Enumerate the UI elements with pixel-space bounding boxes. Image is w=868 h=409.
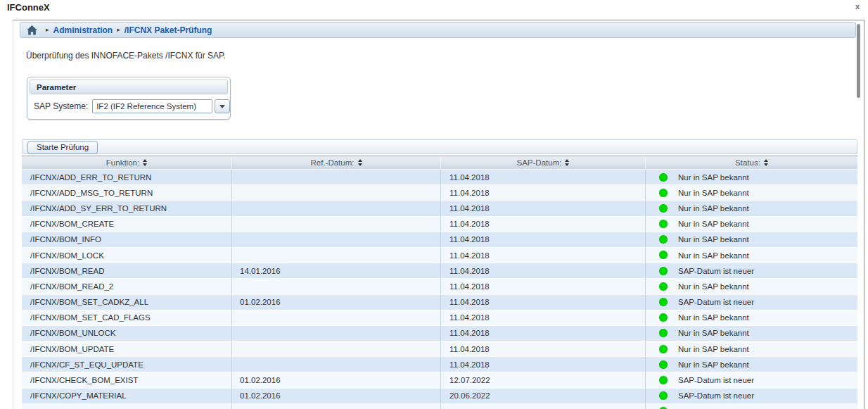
- column-header-sap-datum[interactable]: SAP-Datum:: [441, 156, 646, 170]
- cell-sap: [441, 404, 646, 409]
- cell-funktion: /IFCNX/COPY_MATERIAL: [22, 389, 232, 404]
- table-row[interactable]: /IFCNX/ADD_SY_ERR_TO_RETURN11.04.2018Nur…: [22, 201, 857, 216]
- status-label: Nur in SAP bekannt: [678, 360, 749, 369]
- status-ok-icon: [659, 173, 668, 182]
- cell-ref: [232, 404, 441, 409]
- cell-funktion: /IFCNX/CHECK_BOM_EXIST: [22, 372, 232, 388]
- cell-status: Nur in SAP bekannt: [646, 232, 857, 248]
- status-ok-icon: [659, 391, 668, 400]
- column-header-label: SAP-Datum:: [517, 158, 562, 167]
- table-row[interactable]: /IFCNX/BOM_READ14.01.201611.04.2018SAP-D…: [22, 263, 857, 279]
- table-row[interactable]: /IFCNX/COPY_MATERIAL01.02.201620.06.2022…: [22, 389, 857, 404]
- cell-sap: 11.04.2018: [441, 326, 646, 341]
- cell-ref: 01.02.2016: [232, 295, 441, 310]
- vertical-scrollbar-thumb[interactable]: [857, 24, 860, 98]
- start-check-button[interactable]: Starte Prüfung: [27, 141, 98, 154]
- table-row[interactable]: /IFCNX/CHECK_BOM_EXIST01.02.201612.07.20…: [22, 372, 857, 388]
- cell-sap: 11.04.2018: [441, 357, 646, 372]
- parameter-panel: Parameter SAP Systeme: IF2 (IF2 Referenc…: [27, 77, 231, 120]
- sap-system-select[interactable]: IF2 (IF2 Reference System): [92, 99, 212, 113]
- status-label: SAP-Datum ist neuer: [678, 267, 754, 275]
- cell-sap: 11.04.2018: [441, 248, 646, 263]
- table-row[interactable]: /IFCNX/BOM_SET_CAD_FLAGS11.04.2018Nur in…: [22, 310, 857, 326]
- status-label: Nur in SAP bekannt: [678, 251, 749, 260]
- status-ok-icon: [659, 313, 668, 322]
- cell-status: Nur in SAP bekannt: [646, 217, 857, 232]
- cell-sap: 11.04.2018: [441, 310, 646, 326]
- cell-sap: 11.04.2018: [441, 341, 646, 357]
- cell-status: Nur in SAP bekannt: [646, 279, 857, 294]
- sort-icon: [358, 159, 362, 166]
- status-ok-icon: [659, 298, 668, 306]
- column-header-label: Status:: [735, 158, 760, 167]
- cell-ref: [232, 185, 441, 201]
- cell-ref: [232, 279, 441, 294]
- breadcrumb-item-current-page[interactable]: /IFCNX Paket-Prüfung: [125, 25, 212, 35]
- cell-status: SAP-Datum ist neuer: [646, 263, 857, 279]
- cell-funktion: /IFCNX/BOM_INFO: [22, 232, 232, 248]
- status-ok-icon: [659, 235, 668, 244]
- status-ok-icon: [659, 267, 668, 275]
- cell-funktion: /IFCNX/BOM_UPDATE: [22, 341, 232, 357]
- breadcrumb-item-administration[interactable]: Administration: [53, 25, 113, 35]
- cell-status: SAP-Datum ist neuer: [646, 389, 857, 404]
- cell-ref: [232, 201, 441, 216]
- cell-funktion: /IFCNX/BOM_SET_CADKZ_ALL: [22, 295, 232, 310]
- cell-funktion: /IFCNX/BOM_READ: [22, 263, 232, 279]
- sap-system-dropdown-button[interactable]: [215, 99, 230, 113]
- cell-funktion: [22, 404, 232, 409]
- cell-ref: [232, 217, 441, 232]
- cell-status: [646, 404, 857, 409]
- cell-funktion: /IFCNX/CF_ST_EQU_UPDATE: [22, 357, 232, 372]
- status-ok-icon: [659, 251, 668, 259]
- cell-sap: 11.04.2018: [441, 217, 646, 232]
- sort-icon: [565, 159, 569, 166]
- cell-status: Nur in SAP bekannt: [646, 310, 857, 326]
- status-label: Nur in SAP bekannt: [678, 282, 749, 291]
- table-row[interactable]: /IFCNX/CF_ST_EQU_UPDATE11.04.2018Nur in …: [22, 357, 857, 372]
- status-label: Nur in SAP bekannt: [678, 189, 749, 197]
- table-row[interactable]: /IFCNX/ADD_ERR_TO_RETURN11.04.2018Nur in…: [22, 170, 857, 185]
- cell-ref: 14.01.2016: [232, 263, 441, 279]
- cell-ref: [232, 341, 441, 357]
- cell-sap: 11.04.2018: [441, 170, 646, 185]
- table-row[interactable]: /IFCNX/BOM_UPDATE11.04.2018Nur in SAP be…: [22, 341, 857, 357]
- cell-status: Nur in SAP bekannt: [646, 357, 857, 372]
- table-row[interactable]: /IFCNX/BOM_UNLOCK11.04.2018Nur in SAP be…: [22, 326, 857, 341]
- cell-sap: 11.04.2018: [441, 185, 646, 201]
- parameter-panel-title: Parameter: [30, 80, 228, 94]
- home-icon[interactable]: [27, 25, 37, 35]
- cell-status: Nur in SAP bekannt: [646, 341, 857, 357]
- status-label: Nur in SAP bekannt: [678, 204, 749, 213]
- sort-icon: [764, 159, 768, 166]
- status-ok-icon: [659, 282, 668, 291]
- column-header-ref-datum[interactable]: Ref.-Datum:: [232, 156, 441, 170]
- cell-ref: [232, 326, 441, 341]
- column-header-status[interactable]: Status:: [646, 156, 857, 170]
- table-row[interactable]: [22, 404, 857, 409]
- table-row[interactable]: /IFCNX/BOM_INFO11.04.2018Nur in SAP beka…: [22, 232, 857, 248]
- cell-sap: 11.04.2018: [441, 201, 646, 216]
- table-toolbar: Starte Prüfung: [22, 139, 857, 154]
- table-row[interactable]: /IFCNX/BOM_SET_CADKZ_ALL01.02.201611.04.…: [22, 295, 857, 310]
- table-row[interactable]: /IFCNX/ADD_MSG_TO_RETURN11.04.2018Nur in…: [22, 185, 857, 201]
- cell-ref: 01.02.2016: [232, 372, 441, 388]
- cell-status: Nur in SAP bekannt: [646, 201, 857, 216]
- table-row[interactable]: /IFCNX/BOM_READ_211.04.2018Nur in SAP be…: [22, 279, 857, 294]
- results-table: Funktion: Ref.-Datum: SAP-Datum: Status:…: [22, 156, 857, 409]
- cell-funktion: /IFCNX/BOM_UNLOCK: [22, 326, 232, 341]
- cell-ref: 01.02.2016: [232, 389, 441, 404]
- table-row[interactable]: /IFCNX/BOM_CREATE11.04.2018Nur in SAP be…: [22, 217, 857, 232]
- chevron-down-icon: [219, 105, 225, 108]
- table-rows: /IFCNX/ADD_ERR_TO_RETURN11.04.2018Nur in…: [22, 170, 857, 409]
- cell-status: SAP-Datum ist neuer: [646, 372, 857, 388]
- status-label: Nur in SAP bekannt: [678, 220, 749, 228]
- column-header-funktion[interactable]: Funktion:: [22, 156, 232, 170]
- breadcrumb-separator-icon: ▸: [117, 27, 120, 33]
- status-label: SAP-Datum ist neuer: [678, 298, 754, 306]
- status-label: Nur in SAP bekannt: [678, 329, 749, 337]
- table-row[interactable]: /IFCNX/BOM_LOCK11.04.2018Nur in SAP beka…: [22, 248, 857, 263]
- close-icon[interactable]: x: [853, 1, 862, 12]
- cell-status: Nur in SAP bekannt: [646, 248, 857, 263]
- cell-status: Nur in SAP bekannt: [646, 326, 857, 341]
